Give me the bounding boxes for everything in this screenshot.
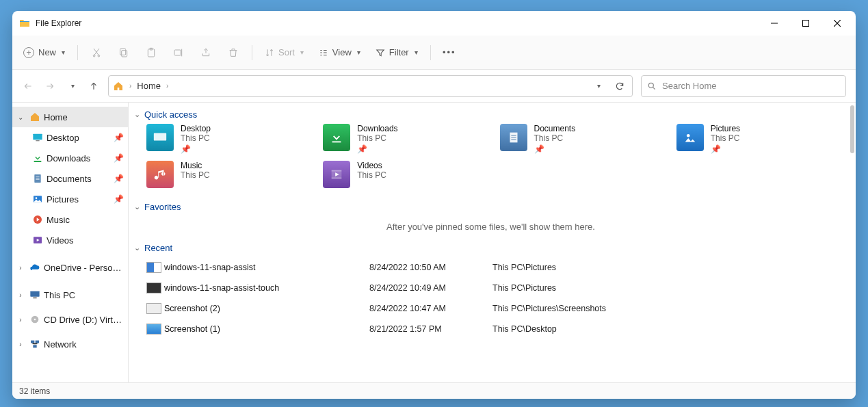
search-box[interactable] xyxy=(641,75,846,97)
share-button[interactable] xyxy=(194,41,218,64)
chevron-down-icon: ⌄ xyxy=(134,202,140,211)
pictures-folder-icon xyxy=(676,124,704,151)
pin-icon: 📌 xyxy=(113,174,124,183)
qa-item-videos[interactable]: VideosThis PC xyxy=(323,161,494,195)
qa-item-pictures[interactable]: PicturesThis PC📌 xyxy=(676,124,847,158)
qa-item-documents[interactable]: DocumentsThis PC📌 xyxy=(500,124,671,158)
chevron-right-icon[interactable]: › xyxy=(15,264,26,272)
svg-rect-19 xyxy=(31,341,34,343)
qa-item-music[interactable]: MusicThis PC xyxy=(146,161,317,195)
svg-rect-28 xyxy=(332,178,342,179)
more-button[interactable]: ••• xyxy=(438,41,461,64)
section-quick-access-header[interactable]: ⌄ Quick access xyxy=(134,109,847,120)
recent-row[interactable]: windows-11-snap-assist 8/24/2022 10:50 A… xyxy=(146,257,847,278)
svg-rect-2 xyxy=(120,49,126,55)
svg-rect-9 xyxy=(34,161,42,162)
copy-button[interactable] xyxy=(112,41,135,64)
filter-button[interactable]: Filter ▾ xyxy=(370,41,423,64)
paste-button[interactable] xyxy=(140,41,163,64)
svg-rect-21 xyxy=(33,345,36,347)
section-recent-header[interactable]: ⌄ Recent xyxy=(134,243,847,253)
status-bar: 32 items xyxy=(12,382,856,399)
pin-icon: 📌 xyxy=(181,144,211,154)
back-button[interactable] xyxy=(22,80,34,92)
sidebar[interactable]: ⌄ Home Desktop 📌 Downloads 📌 Documents 📌 xyxy=(12,103,129,382)
image-thumbnail-icon xyxy=(146,303,161,314)
thispc-icon xyxy=(29,289,41,301)
pin-icon: 📌 xyxy=(113,194,124,204)
chevron-down-icon: ⌄ xyxy=(134,244,140,252)
sidebar-item-onedrive[interactable]: › OneDrive - Personal xyxy=(12,257,128,278)
svg-rect-10 xyxy=(34,174,40,183)
breadcrumb-home[interactable]: Home xyxy=(137,81,161,91)
recent-row[interactable]: Screenshot (1) 8/21/2022 1:57 PM This PC… xyxy=(146,319,847,339)
svg-rect-16 xyxy=(33,297,36,298)
delete-button[interactable] xyxy=(222,41,245,64)
sidebar-item-documents[interactable]: Documents 📌 xyxy=(12,168,128,189)
sidebar-item-desktop[interactable]: Desktop 📌 xyxy=(12,127,128,148)
recent-list: windows-11-snap-assist 8/24/2022 10:50 A… xyxy=(146,257,847,339)
forward-button[interactable] xyxy=(44,80,56,92)
sort-button[interactable]: Sort ▾ xyxy=(259,41,309,64)
cut-button[interactable] xyxy=(85,41,108,64)
chevron-right-icon[interactable]: › xyxy=(15,341,26,348)
sidebar-item-downloads[interactable]: Downloads 📌 xyxy=(12,148,128,168)
sidebar-item-cddrive[interactable]: › CD Drive (D:) Virtual xyxy=(12,309,128,330)
quick-access-grid: DesktopThis PC📌 DownloadsThis PC📌 Docume… xyxy=(146,124,847,195)
address-bar[interactable]: › Home › ▾ xyxy=(108,75,633,97)
sidebar-item-music[interactable]: Music xyxy=(12,209,128,230)
sort-label: Sort xyxy=(278,47,295,57)
rename-button[interactable] xyxy=(167,41,190,64)
sidebar-item-home[interactable]: ⌄ Home xyxy=(12,107,128,127)
refresh-button[interactable] xyxy=(611,78,628,94)
app-folder-icon xyxy=(19,18,30,29)
pin-icon: 📌 xyxy=(357,144,397,154)
up-button[interactable] xyxy=(88,80,100,92)
search-icon xyxy=(647,81,657,91)
desktop-icon xyxy=(31,131,44,144)
recent-row[interactable]: Screenshot (2) 8/24/2022 10:47 AM This P… xyxy=(146,298,847,319)
chevron-right-icon[interactable]: › xyxy=(15,291,26,299)
minimize-button[interactable] xyxy=(759,12,790,34)
image-thumbnail-icon xyxy=(146,262,161,273)
downloads-icon xyxy=(31,152,44,164)
chevron-down-icon: ▾ xyxy=(300,49,304,56)
svg-rect-7 xyxy=(33,134,42,140)
svg-rect-20 xyxy=(36,341,39,343)
chevron-right-icon[interactable]: › xyxy=(15,316,26,324)
sidebar-item-thispc[interactable]: › This PC xyxy=(12,285,128,305)
close-button[interactable] xyxy=(821,12,853,34)
recent-locations-button[interactable]: ▾ xyxy=(66,80,78,92)
sidebar-item-pictures[interactable]: Pictures 📌 xyxy=(12,189,128,209)
separator xyxy=(252,45,252,60)
address-dropdown-button[interactable]: ▾ xyxy=(590,78,606,94)
favorites-empty-text: After you've pinned some files, we'll sh… xyxy=(134,222,847,232)
svg-rect-0 xyxy=(803,21,809,27)
chevron-right-icon: › xyxy=(129,82,131,90)
recent-row[interactable]: windows-11-snap-assist-touch 8/24/2022 1… xyxy=(146,278,847,298)
qa-item-downloads[interactable]: DownloadsThis PC📌 xyxy=(323,124,494,158)
svg-point-12 xyxy=(36,197,38,199)
body: ⌄ Home Desktop 📌 Downloads 📌 Documents 📌 xyxy=(12,103,856,382)
pin-icon: 📌 xyxy=(113,133,124,142)
cloud-icon xyxy=(29,261,41,274)
chevron-down-icon[interactable]: ⌄ xyxy=(15,114,26,121)
svg-point-25 xyxy=(687,134,690,137)
qa-item-desktop[interactable]: DesktopThis PC📌 xyxy=(146,124,317,158)
chevron-down-icon: ▾ xyxy=(62,49,65,56)
section-favorites-header[interactable]: ⌄ Favorites xyxy=(134,202,847,212)
sidebar-item-network[interactable]: › Network xyxy=(12,334,128,354)
maximize-button[interactable] xyxy=(790,12,821,34)
svg-rect-3 xyxy=(148,49,154,56)
content-pane[interactable]: ⌄ Quick access DesktopThis PC📌 Downloads… xyxy=(129,103,856,382)
svg-rect-8 xyxy=(36,140,39,141)
scrollbar[interactable] xyxy=(850,105,854,153)
svg-rect-5 xyxy=(174,50,181,55)
view-button[interactable]: View ▾ xyxy=(313,41,366,64)
titlebar[interactable]: File Explorer xyxy=(12,11,856,36)
search-input[interactable] xyxy=(662,81,840,91)
new-button[interactable]: + New ▾ xyxy=(18,41,70,64)
sidebar-item-videos[interactable]: Videos xyxy=(12,230,128,250)
filter-label: Filter xyxy=(389,47,409,57)
separator xyxy=(430,45,431,60)
